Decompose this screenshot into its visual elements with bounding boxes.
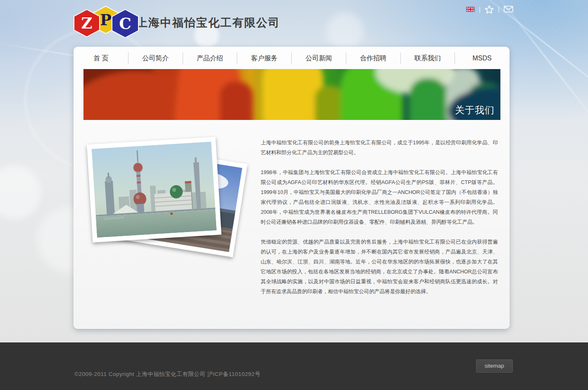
main-nav: 首 页 公司简介 产品介绍 客户服务 公司新闻 合作招聘 联系我们 MSDS (74, 47, 509, 69)
nav-item-contact[interactable]: 联系我们 (401, 47, 455, 69)
nav-item-news[interactable]: 公司新闻 (292, 47, 346, 69)
nav-item-msds[interactable]: MSDS (455, 47, 509, 69)
about-paragraph-1: 上海中福怡宝化工有限公司的前身上海怡宝化工有限公司，成立于1995年，是以经营印… (261, 138, 498, 158)
nav-item-recruitment[interactable]: 合作招聘 (346, 47, 400, 69)
crayons-banner-image (83, 69, 500, 120)
topbar: | | (466, 4, 513, 14)
company-title: 上海中福怡宝化工有限公司 (136, 15, 280, 30)
nav-item-company-profile[interactable]: 公司简介 (129, 47, 183, 69)
bokeh-circle (0, 165, 41, 219)
about-paragraph-2: 1998年，中福集团与上海怡宝化工有限公司合资成立上海中福怡宝化工有限公司。上海… (261, 167, 498, 227)
nav-item-home[interactable]: 首 页 (74, 47, 128, 69)
footer: ©2009-2011 Copyright 上海中福怡宝化工有限公司 沪ICP备1… (0, 342, 588, 390)
mail-icon[interactable] (504, 6, 513, 12)
nav-item-products[interactable]: 产品介绍 (183, 47, 237, 69)
photo-shanghai-skyline (87, 137, 221, 243)
zpc-logo[interactable]: Z P C (74, 6, 136, 37)
about-banner: 关于我们 (83, 69, 500, 120)
uk-flag-icon[interactable] (466, 7, 475, 12)
nav-item-customer-service[interactable]: 客户服务 (237, 47, 291, 69)
about-paragraph-3: 凭借稳定的货源、优越的产品质量以及完善的售后服务，上海中福怡宝化工有限公司已在业… (261, 237, 498, 297)
logo-letter-c: C (112, 10, 138, 37)
bokeh-circle (326, 12, 364, 50)
content-card: 首 页 公司简介 产品介绍 客户服务 公司新闻 合作招聘 联系我们 MSDS (74, 47, 509, 329)
topbar-separator: | (479, 6, 481, 13)
banner-title: 关于我们 (455, 104, 495, 117)
copyright-text: ©2009-2011 Copyright 上海中福怡宝化工有限公司 沪ICP备1… (74, 371, 261, 378)
logo-letter-z: Z (74, 10, 99, 36)
about-text: 上海中福怡宝化工有限公司的前身上海怡宝化工有限公司，成立于1995年，是以经营印… (261, 138, 498, 306)
topbar-separator: | (498, 6, 500, 13)
sitemap-button[interactable]: sitemap (476, 359, 513, 373)
favorite-star-icon[interactable] (485, 5, 494, 14)
